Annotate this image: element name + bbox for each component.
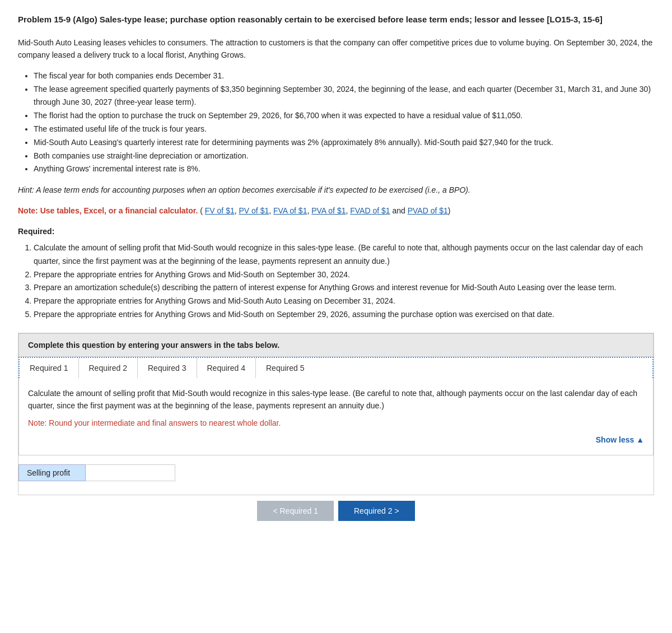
required-item-3: Prepare an amortization schedule(s) desc… (34, 281, 654, 295)
fvad-link[interactable]: FVAD of $1 (350, 206, 390, 215)
nav-buttons: < Required 1 Required 2 > (18, 501, 654, 521)
show-less-button[interactable]: Show less ▲ (28, 434, 644, 446)
pv-link[interactable]: PV of $1 (239, 206, 269, 215)
selling-profit-label: Selling profit (18, 464, 86, 481)
note-round: Note: Round your intermediate and final … (28, 417, 644, 429)
required-items-list: Calculate the amount of selling profit t… (34, 241, 654, 322)
problem-title: Problem 15-9 (Algo) Sales-type lease; pu… (18, 13, 654, 25)
list-item: The lease agreement specified quarterly … (34, 83, 654, 110)
answer-section: Complete this question by entering your … (18, 333, 654, 496)
tab-required-3[interactable]: Required 3 (138, 358, 197, 378)
note-links-parens: ( (200, 206, 203, 215)
required-item-2: Prepare the appropriate entries for Anyt… (34, 268, 654, 282)
required-item-4: Prepare the appropriate entries for Anyt… (34, 295, 654, 308)
tab-required-1[interactable]: Required 1 (20, 358, 79, 378)
list-item: Anything Grows' incremental interest rat… (34, 162, 654, 176)
complete-box-text: Complete this question by entering your … (28, 341, 279, 350)
pva-link[interactable]: PVA of $1 (311, 206, 346, 215)
tab-required-5[interactable]: Required 5 (256, 358, 315, 378)
required-item-1: Calculate the amount of selling profit t… (34, 241, 654, 268)
required-item-5: Prepare the appropriate entries for Anyt… (34, 308, 654, 322)
complete-box: Complete this question by entering your … (18, 333, 654, 357)
tab-description: Calculate the amount of selling profit t… (28, 387, 644, 412)
note-links: Note: Use tables, Excel, or a financial … (18, 204, 654, 217)
list-item: The fiscal year for both companies ends … (34, 69, 654, 83)
required-section-label: Required: (18, 227, 654, 236)
hint-text: Hint: A lease term ends for accounting p… (18, 184, 654, 196)
pvad-link[interactable]: PVAD of $1 (408, 206, 448, 215)
selling-profit-input[interactable] (86, 464, 175, 481)
fv-link[interactable]: FV of $1 (205, 206, 235, 215)
list-item: Both companies use straight-line depreci… (34, 150, 654, 163)
selling-profit-row: Selling profit (18, 464, 654, 481)
list-item: The estimated useful life of the truck i… (34, 123, 654, 136)
list-item: Mid-South Auto Leasing's quarterly inter… (34, 136, 654, 150)
prev-button[interactable]: < Required 1 (257, 501, 334, 521)
next-button[interactable]: Required 2 > (338, 501, 415, 521)
list-item: The florist had the option to purchase t… (34, 109, 654, 123)
tabs-container: Required 1 Required 2 Required 3 Require… (18, 357, 654, 378)
tab-required-4[interactable]: Required 4 (197, 358, 256, 378)
tab-required-2[interactable]: Required 2 (79, 358, 138, 378)
fva-link[interactable]: FVA of $1 (273, 206, 307, 215)
intro-text: Mid-South Auto Leasing leases vehicles t… (18, 36, 654, 62)
tab-content-area: Calculate the amount of selling profit t… (18, 378, 654, 456)
note-bold-label: Note: Use tables, Excel, or a financial … (18, 206, 198, 215)
bullet-list: The fiscal year for both companies ends … (34, 69, 654, 176)
